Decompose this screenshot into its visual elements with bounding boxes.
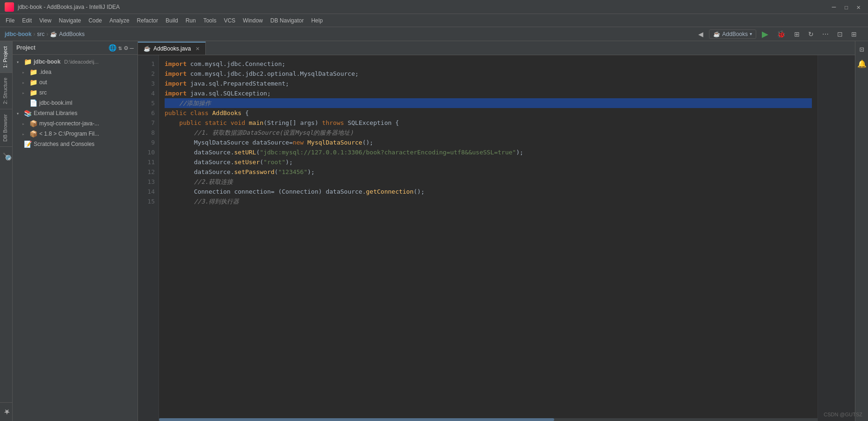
tree-item-idea[interactable]: ▸ 📁 .idea — [13, 67, 137, 77]
tree-arrow: ▸ — [22, 90, 28, 95]
code-line-12: dataSource.setPassword("123456"); — [165, 167, 812, 177]
tree-item-iml[interactable]: ▸ 📄 jdbc-book.iml — [13, 98, 137, 108]
toolbar-right: ◀ ☕ AddBooks ▾ ▶ 🐞 ⊞ ↻ ⋯ ⊡ ⊞ — [692, 28, 863, 40]
tree-label-idea: .idea — [39, 69, 51, 75]
menu-edit[interactable]: Edit — [18, 15, 36, 26]
layout-button[interactable]: ⊡ — [834, 29, 846, 39]
menu-tools[interactable]: Tools — [200, 15, 220, 26]
line-numbers: 1 2 3 4 5 6 7 8 9 10 11 12 13 14 15 — [138, 55, 159, 421]
code-line-15: //3.得到执行器 — [165, 196, 812, 206]
sidebar-collapse-icon[interactable]: — — [130, 44, 134, 51]
run-config-dropdown-icon: ▾ — [750, 31, 752, 36]
menu-bar: File Edit View Navigate Code Analyze Ref… — [0, 14, 868, 27]
back-button[interactable]: ◀ — [695, 29, 706, 39]
code-line-14: Connection connection= (Connection) data… — [165, 187, 812, 196]
menu-navigate[interactable]: Navigate — [55, 15, 85, 26]
editor-area: ☕ AddBooks.java ✕ 1 2 3 4 5 6 7 8 9 10 1… — [138, 41, 855, 421]
more-actions-button[interactable]: ⋯ — [819, 29, 832, 39]
sidebar-globe-icon[interactable]: 🌐 — [108, 44, 116, 51]
code-line-1: import com.mysql.jdbc.Connection; — [165, 59, 812, 69]
tree-label-external-libs: External Libraries — [34, 110, 77, 116]
menu-db-navigator[interactable]: DB Navigator — [267, 15, 307, 26]
tree-item-out[interactable]: ▸ 📁 out — [13, 77, 137, 87]
tree-label-scratches: Scratches and Consoles — [34, 141, 94, 147]
editor-tab-addbooks[interactable]: ☕ AddBooks.java ✕ — [138, 42, 206, 55]
run-config-label: AddBooks — [722, 31, 748, 37]
tree-label-jdk18: < 1.8 > C:\Program Fil... — [39, 131, 99, 137]
breadcrumb-project[interactable]: jdbc-book — [5, 31, 31, 37]
debug-button[interactable]: 🐞 — [774, 29, 788, 39]
run-config-selector[interactable]: ☕ AddBooks ▾ — [709, 29, 756, 39]
jar-icon: 📦 — [29, 120, 37, 127]
tree-item-src[interactable]: ▸ 📁 src — [13, 87, 137, 98]
tab-db-browser[interactable]: DB Browser — [0, 109, 12, 146]
jar-icon: 📦 — [29, 130, 37, 138]
menu-window[interactable]: Window — [239, 15, 267, 26]
code-editor[interactable]: 1 2 3 4 5 6 7 8 9 10 11 12 13 14 15 impo… — [138, 55, 855, 421]
menu-vcs[interactable]: VCS — [220, 15, 239, 26]
run-button[interactable]: ▶ — [759, 28, 771, 40]
sidebar-settings-icon[interactable]: ⚙ — [124, 44, 128, 51]
sidebar-title: Project — [16, 44, 106, 51]
code-line-7: ▶ public static void main(String[] args)… — [165, 118, 812, 128]
sidebar-header: Project 🌐 ⇅ ⚙ — — [13, 41, 137, 55]
tab-project[interactable]: 1: Project — [0, 41, 12, 73]
menu-analyze[interactable]: Analyze — [106, 15, 133, 26]
maximize-button[interactable]: ☐ — [841, 2, 851, 12]
tree-item-mysql-connector[interactable]: ▸ 📦 mysql-connector-java-... — [13, 118, 137, 129]
code-line-6: ▶ public class AddBooks { — [165, 108, 812, 118]
profile-button[interactable]: ↻ — [805, 29, 817, 39]
window-controls[interactable]: ─ ☐ ✕ — [829, 2, 863, 12]
code-line-13: //2.获取连接 — [165, 177, 812, 187]
close-button[interactable]: ✕ — [854, 2, 863, 12]
code-line-3: import java.sql.PreparedStatement; — [165, 79, 812, 88]
java-file-icon: ☕ — [144, 45, 151, 52]
notifications-icon[interactable]: 🔔 — [855, 58, 868, 70]
menu-build[interactable]: Build — [162, 15, 182, 26]
tree-item-scratches[interactable]: ▸ 📝 Scratches and Consoles — [13, 139, 137, 149]
code-line-8: //1. 获取数据源DataSource(设置Mysql的服务器地址) — [165, 128, 812, 138]
tree-path: D:\ideacode\j... — [64, 59, 98, 65]
tab-close-button[interactable]: ✕ — [195, 46, 200, 52]
tree-item-jdk18[interactable]: ▸ 📦 < 1.8 > C:\Program Fil... — [13, 129, 137, 139]
tree-item-external-libs[interactable]: ▾ 📚 External Libraries — [13, 108, 137, 118]
tree-label-iml: jdbc-book.iml — [39, 100, 72, 106]
minimap — [817, 55, 855, 421]
code-content[interactable]: import com.mysql.jdbc.Connection; import… — [159, 55, 817, 421]
code-line-9: MysqlDataSource dataSource=new MysqlData… — [165, 138, 812, 147]
menu-refactor[interactable]: Refactor — [133, 15, 162, 26]
menu-view[interactable]: View — [36, 15, 55, 26]
tree-arrow: ▸ — [22, 121, 28, 126]
code-line-11: dataSource.setUser("root"); — [165, 157, 812, 167]
sidebar-expand-icon[interactable]: ⇅ — [118, 44, 122, 51]
tab-favorites[interactable]: ★ — [0, 402, 12, 421]
folder-icon: 📁 — [29, 68, 37, 76]
structure-icon[interactable]: ⊡ — [858, 43, 866, 56]
file-icon: 📄 — [29, 99, 37, 107]
menu-run[interactable]: Run — [182, 15, 200, 26]
right-panel: ⊡ 🔔 — [855, 41, 868, 421]
code-line-5: //添加操作 — [165, 98, 812, 108]
tree-label-out: out — [39, 79, 47, 86]
tree-label-src: src — [39, 89, 47, 96]
tree-item-jdbc-book[interactable]: ▾ 📁 jdbc-book D:\ideacode\j... — [13, 57, 137, 67]
libs-icon: 📚 — [24, 109, 32, 117]
menu-code[interactable]: Code — [85, 15, 106, 26]
tree-label-mysql-connector: mysql-connector-java-... — [39, 120, 99, 127]
sidebar-tree: ▾ 📁 jdbc-book D:\ideacode\j... ▸ 📁 .idea… — [13, 55, 137, 421]
breadcrumb-file[interactable]: ☕AddBooks — [50, 31, 85, 37]
horizontal-scrollbar[interactable] — [159, 418, 817, 421]
intellij-logo — [5, 2, 14, 12]
sidebar-header-icons: 🌐 ⇅ ⚙ — — [108, 44, 134, 51]
code-line-10: dataSource.setURL("jdbc:mysql://127.0.0.… — [165, 147, 812, 157]
tab-search[interactable]: 🔍 — [0, 146, 12, 166]
editor-tab-bar: ☕ AddBooks.java ✕ — [138, 41, 855, 55]
coverage-button[interactable]: ⊞ — [791, 29, 803, 39]
tree-arrow: ▸ — [22, 131, 28, 137]
menu-help[interactable]: Help — [307, 15, 326, 26]
minimize-button[interactable]: ─ — [829, 2, 839, 12]
menu-file[interactable]: File — [2, 15, 18, 26]
tab-structure[interactable]: 2: Structure — [0, 73, 12, 109]
split-button[interactable]: ⊞ — [848, 29, 860, 39]
breadcrumb-src[interactable]: src — [37, 31, 44, 37]
